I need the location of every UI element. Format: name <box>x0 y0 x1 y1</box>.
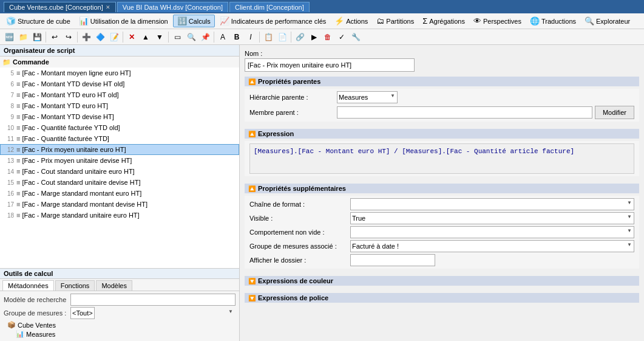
menu-bar: 🧊 Structure de cube 📊 Utilisation de la … <box>0 13 644 29</box>
script-item-13[interactable]: 13 ≡ [Fac - Prix moyen unitaire devise H… <box>0 155 239 166</box>
tab-cube-ventes[interactable]: Cube Ventes.cube [Conception] ✕ <box>4 2 116 12</box>
script-list[interactable]: 📁 Commande 5 ≡ [Fac - Montant moyen lign… <box>0 57 239 268</box>
calculs-icon: 🔢 <box>177 16 187 26</box>
menu-actions[interactable]: ⚡ Actions <box>331 15 371 27</box>
tab-label-1: Cube Ventes.cube [Conception] <box>9 4 103 11</box>
script-item-14[interactable]: 14 ≡ [Fac - Cout standard unitaire euro … <box>0 166 239 177</box>
tb-italic[interactable]: I <box>244 30 257 44</box>
left-panel: Organisateur de script 📁 Commande 5 ≡ [F… <box>0 45 240 341</box>
menu-partitions[interactable]: 🗂 Partitions <box>373 15 418 27</box>
tb-undo[interactable]: ↩ <box>48 30 61 44</box>
tb-wrench[interactable]: 🔧 <box>349 30 362 44</box>
groupe-mesures-assoc-select[interactable]: Facturé à date ! <box>350 240 634 252</box>
script-item-15[interactable]: 15 ≡ [Fac - Cout standard unitaire devis… <box>0 177 239 188</box>
tab-modeles[interactable]: Modèles <box>96 280 132 291</box>
group-label: Commande <box>13 58 49 66</box>
tb-box[interactable]: ▭ <box>171 30 184 44</box>
menu-agregations[interactable]: Σ Agrégations <box>419 15 469 27</box>
menu-explorateur[interactable]: 🔍 Explorateur <box>581 15 634 27</box>
tb-play[interactable]: ▶ <box>307 30 320 44</box>
menu-label-calculs: Calculs <box>189 18 211 25</box>
tb-save[interactable]: 💾 <box>30 30 44 44</box>
menu-utilisation-dimension[interactable]: 📊 Utilisation de la dimension <box>75 15 172 27</box>
tb-paste[interactable]: 📄 <box>276 30 289 44</box>
menu-structure-cube[interactable]: 🧊 Structure de cube <box>2 15 74 27</box>
expr-couleur-header[interactable]: 🔽 Expressions de couleur <box>245 276 639 286</box>
tab-metadonnees[interactable]: Métadonnées <box>2 280 54 291</box>
script-item-18[interactable]: 18 ≡ [Fac - Marge standard unitaire euro… <box>0 210 239 221</box>
tb-bold[interactable]: B <box>230 30 243 44</box>
script-item-11[interactable]: 11 ≡ [Fac - Quantité facturée YTD] <box>0 133 239 144</box>
menu-perspectives[interactable]: 👁 Perspectives <box>470 15 525 27</box>
visible-select[interactable]: TrueFalse <box>350 212 634 224</box>
tb-new[interactable]: 🆕 <box>2 30 16 44</box>
expr-couleur-title: Expressions de couleur <box>258 277 333 284</box>
toolbar: 🆕 📁 💾 ↩ ↪ ➕ 🔷 📝 ✕ ▲ ▼ ▭ 🔍 📌 A B I 📋 📄 🔗 … <box>0 29 644 45</box>
visible-label: Visible : <box>249 215 347 222</box>
title-bar: Cube Ventes.cube [Conception] ✕ Vue BI D… <box>0 0 644 13</box>
script-item-8[interactable]: 8 ≡ [Fac - Montant YTD euro HT] <box>0 100 239 111</box>
expression-header[interactable]: 🔼 Expression <box>245 129 639 139</box>
script-item-7[interactable]: 7 ≡ [Fac - Montant YTD euro HT old] <box>0 89 239 100</box>
menu-kpi[interactable]: 📈 Indicateurs de performance clés <box>216 15 330 27</box>
script-item-6[interactable]: 6 ≡ [Fac - Montant YTD devise HT old] <box>0 78 239 89</box>
membre-input[interactable] <box>337 106 592 119</box>
script-item-16[interactable]: 16 ≡ [Fac - Marge standard montant euro … <box>0 188 239 199</box>
tb-search[interactable]: 🔍 <box>185 30 198 44</box>
tb-redo[interactable]: ↪ <box>62 30 75 44</box>
proprietes-supp-section: 🔼 Propriétés supplémentaires Chaîne de f… <box>245 184 639 271</box>
expression-body: [Measures].[Fac - Montant euro HT] / [Me… <box>245 141 639 176</box>
script-item-17[interactable]: 17 ≡ [Fac - Marge standard montant devis… <box>0 199 239 210</box>
modifier-button[interactable]: Modifier <box>595 106 634 119</box>
tb-sep-4 <box>168 32 169 43</box>
menu-calculs[interactable]: 🔢 Calculs <box>173 15 215 27</box>
menu-label-kpi: Indicateurs de performance clés <box>231 18 327 25</box>
menu-label-utilisation: Utilisation de la dimension <box>90 18 168 25</box>
script-item-9[interactable]: 9 ≡ [Fac - Montant YTD devise HT] <box>0 111 239 122</box>
expr-police-title: Expressions de police <box>258 294 328 301</box>
nom-label: Nom : <box>245 50 639 57</box>
menu-traductions[interactable]: 🌐 Traductions <box>526 15 580 27</box>
tb-up[interactable]: ▲ <box>139 30 152 44</box>
script-item-10[interactable]: 10 ≡ [Fac - Quantité facturée YTD old] <box>0 122 239 133</box>
tb-new-script[interactable]: 📝 <box>107 30 121 44</box>
tab-vue-bi[interactable]: Vue BI Data WH.dsv [Conception] <box>117 2 228 12</box>
tb-copy[interactable]: 📋 <box>262 30 275 44</box>
tb-connect[interactable]: 🔗 <box>293 30 307 44</box>
hierarchie-select[interactable]: Measures <box>337 91 398 103</box>
nonempty-select[interactable] <box>350 226 634 238</box>
calc-icon-11: ≡ <box>16 135 20 142</box>
search-model-input[interactable] <box>70 294 236 306</box>
tb-check[interactable]: ✓ <box>335 30 348 44</box>
tb-format[interactable]: A <box>216 30 229 44</box>
tb-new-member[interactable]: ➕ <box>80 30 93 44</box>
tb-down[interactable]: ▼ <box>153 30 166 44</box>
expression-editor[interactable]: [Measures].[Fac - Montant euro HT] / [Me… <box>249 143 634 174</box>
tb-open[interactable]: 📁 <box>16 30 30 44</box>
calc-icon-7: ≡ <box>16 91 20 98</box>
group-commande[interactable]: 📁 Commande <box>0 57 239 67</box>
group-icon: 📁 <box>2 58 11 66</box>
agregations-icon: Σ <box>422 16 427 26</box>
tb-delete-red[interactable]: ✕ <box>125 30 138 44</box>
tab-close-1[interactable]: ✕ <box>106 4 110 10</box>
tb-delete2[interactable]: 🗑 <box>321 30 334 44</box>
format-select[interactable] <box>350 198 634 210</box>
proprietes-parentes-header[interactable]: 🔼 Propriétés parentes <box>245 77 639 86</box>
tab-fonctions[interactable]: Fonctions <box>55 280 95 291</box>
tb-new-set[interactable]: 🔷 <box>93 30 107 44</box>
expression-section: 🔼 Expression [Measures].[Fac - Montant e… <box>245 129 639 179</box>
tb-pin[interactable]: 📌 <box>198 30 212 44</box>
proprietes-supp-header[interactable]: 🔼 Propriétés supplémentaires <box>245 184 639 193</box>
tab-client[interactable]: Client.dim [Conception] <box>229 2 310 12</box>
script-item-5[interactable]: 5 ≡ [Fac - Montant moyen ligne euro HT] <box>0 67 239 78</box>
expr-police-header[interactable]: 🔽 Expressions de police <box>245 293 639 303</box>
nonempty-select-wrap <box>350 226 634 238</box>
script-item-12[interactable]: 12 ≡ [Fac - Prix moyen unitaire euro HT] <box>0 144 239 155</box>
dossier-input[interactable] <box>350 254 435 266</box>
tree-measures[interactable]: 📊 Measures <box>4 329 236 339</box>
nom-input[interactable] <box>245 58 415 72</box>
tree-cube-ventes[interactable]: 📦 Cube Ventes <box>4 320 236 329</box>
menu-label-actions: Actions <box>346 18 368 25</box>
group-mesures-select[interactable]: <Tout> <box>70 307 95 319</box>
